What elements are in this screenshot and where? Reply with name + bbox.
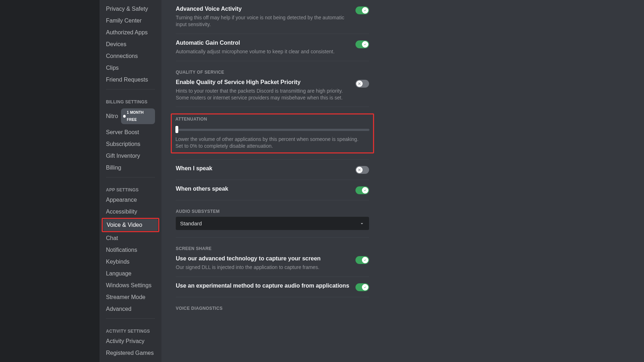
sidebar-item-gift-inventory[interactable]: Gift Inventory bbox=[102, 150, 159, 162]
toggle-when-others-speak[interactable] bbox=[355, 186, 369, 194]
sidebar-item-chat[interactable]: Chat bbox=[102, 233, 159, 244]
slider-thumb[interactable] bbox=[175, 126, 178, 133]
check-icon bbox=[362, 284, 368, 290]
toggle-advanced-voice-activity[interactable] bbox=[355, 6, 369, 14]
toggle-screen-advanced-capture[interactable] bbox=[355, 256, 369, 264]
sidebar-item-keybinds[interactable]: Keybinds bbox=[102, 256, 159, 268]
attenuation-desc: Lower the volume of other applications b… bbox=[175, 136, 365, 150]
setting-when-i-speak: When I speak bbox=[176, 160, 369, 174]
divider bbox=[176, 297, 369, 297]
setting-title: When I speak bbox=[176, 165, 212, 172]
section-header-qos: QUALITY OF SERVICE bbox=[176, 70, 369, 75]
sidebar-left-gutter bbox=[0, 0, 100, 362]
section-header-attenuation: ATTENUATION bbox=[175, 117, 369, 122]
sidebar-item-voice-video[interactable]: Voice & Video bbox=[103, 219, 158, 231]
setting-title: Use our advanced technology to capture y… bbox=[176, 255, 321, 262]
divider bbox=[176, 237, 369, 238]
sidebar-item-server-boost[interactable]: Server Boost bbox=[102, 127, 159, 138]
check-icon bbox=[362, 187, 368, 194]
x-icon bbox=[356, 167, 363, 173]
sidebar-item-streamer-mode[interactable]: Streamer Mode bbox=[102, 292, 159, 303]
select-value: Standard bbox=[180, 220, 202, 226]
sidebar-divider bbox=[106, 318, 155, 319]
toggle-automatic-gain-control[interactable] bbox=[355, 40, 369, 48]
setting-screen-advanced-capture: Use our advanced technology to capture y… bbox=[176, 254, 369, 271]
app-root: Privacy & Safety Family Center Authorize… bbox=[0, 0, 644, 362]
content-area: Advanced Voice Activity Turning this off… bbox=[161, 0, 644, 362]
sidebar-item-appearance[interactable]: Appearance bbox=[102, 194, 159, 206]
sidebar-divider bbox=[106, 177, 155, 177]
check-icon bbox=[362, 257, 368, 263]
setting-desc: Automatically adjust microphone volume t… bbox=[176, 48, 335, 55]
sidebar-item-accessibility[interactable]: Accessibility bbox=[102, 206, 159, 217]
toggle-screen-experimental-audio[interactable] bbox=[355, 283, 369, 291]
setting-screen-experimental-audio: Use an experimental method to capture au… bbox=[176, 277, 369, 291]
divider bbox=[176, 61, 369, 61]
sidebar-item-nitro[interactable]: Nitro 1 MONTH FREE bbox=[102, 106, 159, 126]
check-icon bbox=[362, 41, 368, 48]
sidebar-item-advanced[interactable]: Advanced bbox=[102, 303, 159, 315]
setting-title: Enable Quality of Service High Packet Pr… bbox=[176, 79, 355, 85]
sidebar-item-game-overlay[interactable]: Game Overlay bbox=[102, 359, 159, 362]
x-icon bbox=[356, 80, 363, 87]
sidebar-item-friend-requests[interactable]: Friend Requests bbox=[102, 74, 159, 85]
setting-desc: Turning this off may help if your voice … bbox=[176, 14, 355, 28]
sidebar-item-label: Nitro bbox=[106, 113, 118, 120]
sidebar-item-connections[interactable]: Connections bbox=[102, 50, 159, 62]
sidebar-item-notifications[interactable]: Notifications bbox=[102, 244, 159, 256]
divider bbox=[176, 107, 369, 107]
sidebar-item-registered-games[interactable]: Registered Games bbox=[102, 347, 159, 359]
setting-title: Automatic Gain Control bbox=[176, 40, 335, 46]
sidebar-item-devices[interactable]: Devices bbox=[102, 39, 159, 50]
section-header-voice-diagnostics: VOICE DIAGNOSTICS bbox=[176, 306, 369, 311]
sidebar-header-app: APP SETTINGS bbox=[100, 181, 161, 194]
sidebar-item-subscriptions[interactable]: Subscriptions bbox=[102, 138, 159, 150]
settings-sidebar: Privacy & Safety Family Center Authorize… bbox=[100, 0, 161, 362]
setting-desc: Hints to your router that the packets Di… bbox=[176, 88, 355, 101]
sidebar-item-billing[interactable]: Billing bbox=[102, 162, 159, 173]
sidebar-item-activity-privacy[interactable]: Activity Privacy bbox=[102, 336, 159, 347]
sidebar-header-billing: BILLING SETTINGS bbox=[100, 93, 161, 106]
audio-subsystem-select[interactable]: Standard bbox=[176, 217, 369, 230]
setting-title: Advanced Voice Activity bbox=[176, 6, 355, 12]
sidebar-item-language[interactable]: Language bbox=[102, 268, 159, 279]
attenuation-slider[interactable] bbox=[175, 126, 369, 133]
divider bbox=[176, 200, 369, 200]
setting-advanced-voice-activity: Advanced Voice Activity Turning this off… bbox=[176, 0, 369, 28]
section-header-screen-share: SCREEN SHARE bbox=[176, 246, 369, 251]
toggle-qos-priority[interactable] bbox=[355, 80, 369, 88]
sidebar-item-authorized-apps[interactable]: Authorized Apps bbox=[102, 27, 159, 38]
sidebar-item-clips[interactable]: Clips bbox=[102, 62, 159, 74]
sidebar-item-windows-settings[interactable]: Windows Settings bbox=[102, 280, 159, 291]
check-icon bbox=[362, 7, 368, 14]
setting-desc: Our signed DLL is injected into the appl… bbox=[176, 264, 321, 271]
slider-track bbox=[175, 129, 369, 131]
section-header-audio-subsystem: AUDIO SUBSYSTEM bbox=[176, 209, 369, 214]
voice-video-settings: Advanced Voice Activity Turning this off… bbox=[161, 0, 383, 362]
sidebar-item-privacy[interactable]: Privacy & Safety bbox=[102, 3, 159, 15]
nitro-free-badge: 1 MONTH FREE bbox=[121, 108, 155, 124]
setting-title: Use an experimental method to capture au… bbox=[176, 283, 349, 289]
sidebar-item-family-center[interactable]: Family Center bbox=[102, 15, 159, 26]
chevron-down-icon bbox=[359, 221, 365, 226]
setting-automatic-gain-control: Automatic Gain Control Automatically adj… bbox=[176, 34, 369, 55]
sidebar-header-activity: ACTIVITY SETTINGS bbox=[100, 322, 161, 335]
setting-when-others-speak: When others speak bbox=[176, 180, 369, 194]
setting-qos-priority: Enable Quality of Service High Packet Pr… bbox=[176, 78, 369, 101]
setting-title: When others speak bbox=[176, 186, 228, 192]
sidebar-divider bbox=[106, 89, 155, 89]
toggle-when-i-speak[interactable] bbox=[355, 166, 369, 174]
